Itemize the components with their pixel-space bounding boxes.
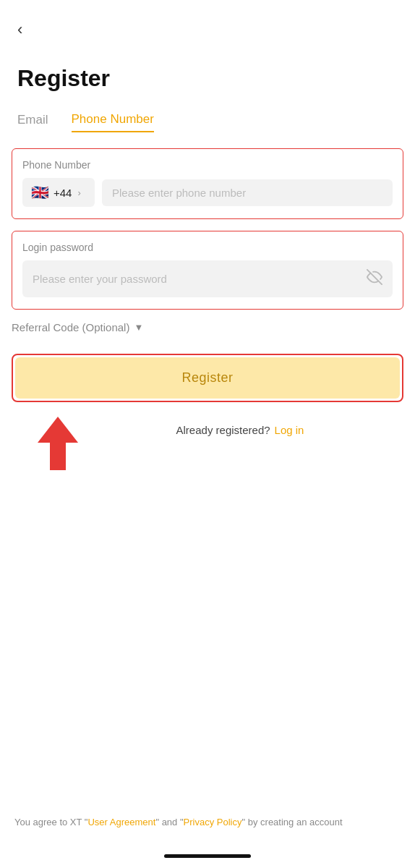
tab-email[interactable]: Email [17, 113, 48, 132]
tab-phone[interactable]: Phone Number [72, 112, 154, 132]
phone-field-label: Phone Number [22, 159, 393, 171]
phone-row: 🇬🇧 +44 › [22, 178, 393, 207]
register-button[interactable]: Register [15, 357, 400, 399]
arrow-body [50, 443, 66, 470]
footer-prefix: You agree to XT " [14, 817, 87, 827]
password-row [22, 260, 393, 297]
referral-row[interactable]: Referral Code (Optional) ▼ [12, 321, 403, 333]
already-registered-text: Already registered? [176, 424, 270, 436]
home-indicator [164, 854, 251, 858]
login-link[interactable]: Log in [275, 424, 304, 436]
user-agreement-link[interactable]: User Agreement [87, 817, 155, 827]
toggle-password-icon[interactable] [367, 269, 382, 289]
password-field-label: Login password [22, 242, 393, 253]
country-flag: 🇬🇧 [31, 185, 49, 200]
tabs-container: Email Phone Number [17, 112, 415, 132]
phone-input[interactable] [102, 179, 393, 206]
privacy-policy-link[interactable]: Privacy Policy [184, 817, 242, 827]
password-field-box: Login password [12, 231, 403, 310]
dropdown-arrow-icon: ▼ [134, 322, 143, 333]
page-title: Register [17, 65, 415, 92]
form-section: Phone Number 🇬🇧 +44 › Login password [12, 148, 403, 310]
country-selector[interactable]: 🇬🇧 +44 › [22, 178, 95, 207]
register-button-wrapper: Register [12, 354, 403, 402]
back-button[interactable]: ‹ [17, 20, 22, 39]
country-code: +44 [54, 187, 72, 199]
footer-suffix: " by creating an account [241, 817, 342, 827]
referral-label: Referral Code (Optional) [12, 321, 129, 333]
arrow-head [38, 417, 78, 443]
phone-number-field-box: Phone Number 🇬🇧 +44 › [12, 148, 403, 219]
password-input[interactable] [33, 273, 367, 285]
chevron-right-icon: › [77, 187, 80, 198]
login-row: Already registered? Log in [0, 424, 415, 436]
red-arrow-indicator [38, 417, 78, 470]
footer-middle: " and " [155, 817, 183, 827]
footer-text: You agree to XT "User Agreement" and "Pr… [14, 815, 401, 830]
